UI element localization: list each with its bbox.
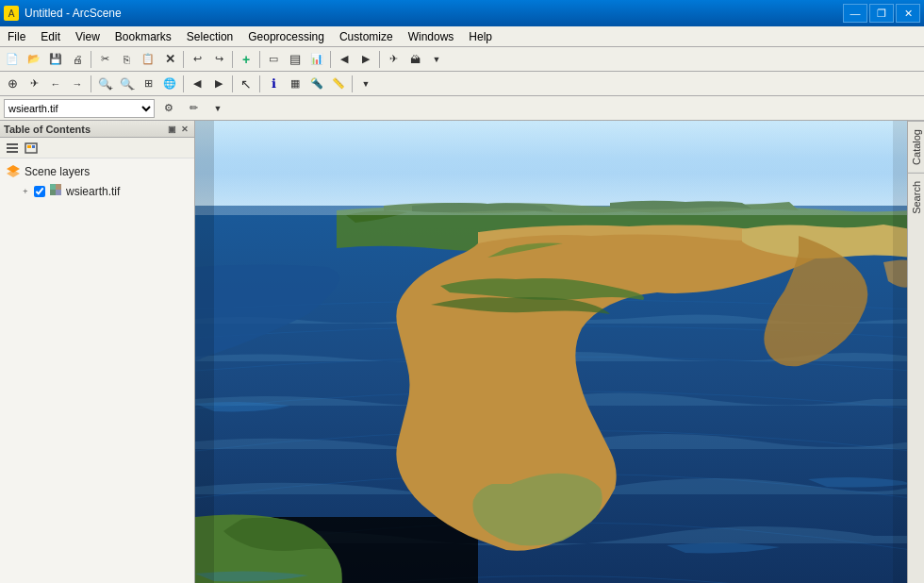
svg-marker-7 (7, 170, 20, 177)
3d-nav-btn[interactable]: ✈ (383, 49, 404, 70)
menu-customize[interactable]: Customize (332, 26, 401, 46)
pan-left-button[interactable]: ← (45, 74, 66, 94)
table-of-contents: Table of Contents ▣ ✕ (0, 121, 195, 583)
close-button[interactable]: ✕ (896, 4, 920, 23)
new-button[interactable]: 📄 (2, 49, 23, 70)
toc-close-button[interactable]: ✕ (179, 124, 190, 135)
layer-img-btn2[interactable]: ▶ (355, 49, 376, 70)
restore-button[interactable]: ❐ (869, 4, 894, 23)
layer-wsiearth-label: wsiearth.tif (66, 185, 120, 198)
html-popup-button[interactable]: ▦ (285, 74, 305, 94)
menu-help[interactable]: Help (461, 26, 500, 46)
sep3 (232, 51, 233, 68)
toc-header: Table of Contents ▣ ✕ (0, 121, 194, 138)
layer-settings-button[interactable]: ⚙ (158, 98, 179, 119)
sep7 (91, 75, 91, 92)
menu-geoprocessing[interactable]: Geoprocessing (240, 26, 332, 46)
svg-rect-0 (7, 143, 18, 145)
measure-button[interactable]: 📏 (328, 74, 349, 94)
titlebar: A Untitled - ArcScene — ❐ ✕ (0, 0, 924, 26)
menu-edit[interactable]: Edit (33, 26, 68, 46)
toolbar-tools: ⊕ ✈ ← → 🔍 + 🔍 - ⊞ 🌐 ◀ ▶ ↖ ℹ ▦ 🔦 📏 ▼ (0, 72, 924, 96)
svg-rect-9 (50, 184, 56, 190)
layer-checkbox[interactable] (34, 186, 45, 197)
save-button[interactable]: 💾 (45, 49, 66, 70)
select-button[interactable]: ↖ (236, 74, 256, 94)
fly-button[interactable]: ✈ (24, 74, 44, 94)
layer-raster-icon (49, 183, 62, 199)
toc-title: Table of Contents (4, 124, 91, 135)
svg-rect-18 (195, 121, 214, 583)
back-button[interactable]: ◀ (187, 74, 207, 94)
zoom-extent-button[interactable]: 🌐 (159, 74, 180, 94)
menu-file[interactable]: File (0, 26, 33, 46)
expand-icon[interactable]: + (21, 187, 30, 196)
raster-icon (49, 183, 62, 196)
sep10 (259, 75, 260, 92)
redo-button[interactable]: ↪ (208, 49, 229, 70)
cut-button[interactable]: ✂ (94, 49, 115, 70)
undo-button[interactable]: ↩ (187, 49, 207, 70)
3d-scene-btn[interactable]: 🏔 (404, 49, 425, 70)
toc-list-button[interactable] (4, 140, 21, 157)
minimize-button[interactable]: — (843, 4, 867, 23)
map-view[interactable] (195, 121, 907, 583)
zoom-out-button[interactable]: 🔍 - (116, 74, 137, 94)
main-content: Table of Contents ▣ ✕ (0, 121, 924, 583)
find-button[interactable]: 🔦 (306, 74, 327, 94)
paste-button[interactable]: 📋 (138, 49, 158, 70)
list-view-icon (6, 142, 19, 155)
sep5 (330, 51, 331, 68)
open-button[interactable]: 📂 (24, 49, 44, 70)
identify-button[interactable]: ℹ (263, 74, 284, 94)
delete-button[interactable]: ✕ (159, 49, 180, 70)
menu-selection[interactable]: Selection (179, 26, 240, 46)
navigate-button[interactable]: ⊕ (2, 74, 23, 94)
table-button[interactable]: ▤ (285, 49, 305, 70)
catalog-tab[interactable]: Catalog (908, 121, 924, 173)
toc-float-button[interactable]: ▣ (166, 124, 177, 135)
menu-view[interactable]: View (68, 26, 107, 46)
svg-rect-2 (7, 151, 18, 153)
svg-rect-17 (195, 121, 907, 215)
add-data-button[interactable]: + (236, 49, 256, 70)
svg-rect-11 (50, 190, 56, 195)
layers-icon (6, 164, 21, 179)
svg-rect-12 (56, 190, 61, 195)
sep8 (183, 75, 184, 92)
print-button[interactable]: 🖨 (67, 49, 88, 70)
layer-edit-button[interactable]: ✏ (183, 98, 204, 119)
pan-right-button[interactable]: → (67, 74, 88, 94)
layer-dropdown[interactable]: wsiearth.tif (4, 99, 155, 118)
sep11 (352, 75, 353, 92)
layer-expand-button[interactable]: ▼ (207, 98, 228, 119)
toolbar-standard: 📄 📂 💾 🖨 ✂ ⎘ 📋 ✕ ↩ ↪ + ▭ ▤ 📊 ◀ ▶ ✈ 🏔 ▼ (0, 47, 924, 72)
zoom-out-icon: 🔍 (120, 77, 134, 91)
chart-button[interactable]: 📊 (306, 49, 327, 70)
3d-dropdown[interactable]: ▼ (355, 74, 376, 94)
select-rect-button[interactable]: ▭ (263, 49, 284, 70)
zoom-in-button[interactable]: 🔍 + (94, 74, 115, 94)
menu-windows[interactable]: Windows (401, 26, 462, 46)
menu-bookmarks[interactable]: Bookmarks (107, 26, 179, 46)
toc-source-button[interactable] (23, 140, 40, 157)
zoom-layer-button[interactable]: ⊞ (138, 74, 158, 94)
toc-icon-bar (0, 138, 194, 158)
window-title: Untitled - ArcScene (25, 7, 122, 20)
right-panel: Catalog Search (907, 121, 924, 583)
forward-button[interactable]: ▶ (208, 74, 229, 94)
source-view-icon (25, 142, 38, 155)
titlebar-controls[interactable]: — ❐ ✕ (843, 4, 920, 23)
search-tab[interactable]: Search (908, 173, 924, 222)
sep6 (379, 51, 380, 68)
scene-layers-header[interactable]: Scene layers (2, 162, 192, 181)
layer-bar: wsiearth.tif ⚙ ✏ ▼ (0, 96, 924, 121)
svg-rect-10 (56, 184, 61, 190)
layers-svg-icon (6, 164, 21, 177)
copy-button[interactable]: ⎘ (116, 49, 137, 70)
sep4 (259, 51, 260, 68)
toc-content: Scene layers + wsiearth.tif (0, 158, 194, 583)
layer-img-btn1[interactable]: ◀ (334, 49, 355, 70)
toc-header-controls[interactable]: ▣ ✕ (166, 124, 190, 135)
dropdown-more1[interactable]: ▼ (426, 49, 447, 70)
